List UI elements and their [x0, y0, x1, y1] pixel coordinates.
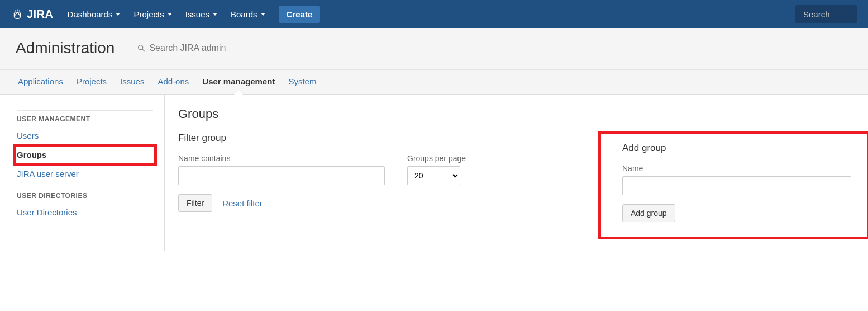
- body: USER MANAGEMENT Users Groups JIRA user s…: [0, 95, 868, 251]
- add-group-name-label: Name: [622, 164, 857, 173]
- nav-label: Issues: [185, 10, 209, 19]
- sidebar-item-jira-user-server[interactable]: JIRA user server: [17, 164, 153, 183]
- tab-issues[interactable]: Issues: [113, 70, 151, 94]
- nav-label: Boards: [231, 10, 257, 19]
- caret-down-icon: [261, 13, 265, 16]
- sidebar-section-user-directories: USER DIRECTORIES: [17, 187, 153, 203]
- create-button[interactable]: Create: [279, 6, 321, 23]
- filter-button[interactable]: Filter: [178, 194, 212, 212]
- jira-logo[interactable]: JIRA: [11, 8, 54, 21]
- admin-search-placeholder: Search JIRA admin: [149, 43, 226, 53]
- name-contains-input[interactable]: [178, 166, 385, 185]
- nav-projects[interactable]: Projects: [133, 10, 171, 19]
- tab-system[interactable]: System: [282, 70, 323, 94]
- sidebar: USER MANAGEMENT Users Groups JIRA user s…: [0, 95, 165, 251]
- svg-point-3: [139, 45, 143, 50]
- main-content: Groups Filter group Name contains Groups…: [165, 95, 868, 251]
- sidebar-item-groups[interactable]: Groups: [15, 145, 155, 164]
- nav-items: Dashboards Projects Issues Boards Create: [68, 6, 795, 23]
- admin-tabs: Applications Projects Issues Add-ons Use…: [0, 70, 868, 95]
- svg-point-2: [19, 10, 20, 11]
- groups-per-page-label: Groups per page: [407, 154, 466, 163]
- tab-user-management[interactable]: User management: [195, 70, 282, 94]
- admin-search[interactable]: Search JIRA admin: [137, 43, 226, 53]
- name-contains-label: Name contains: [178, 154, 385, 163]
- top-nav: JIRA Dashboards Projects Issues Boards C…: [0, 0, 868, 28]
- admin-header: Administration Search JIRA admin: [0, 28, 868, 70]
- svg-line-4: [142, 49, 145, 51]
- caret-down-icon: [116, 13, 120, 16]
- add-group-title: Add group: [622, 143, 857, 154]
- filter-group-panel: Filter group Name contains Groups per pa…: [178, 133, 600, 238]
- sidebar-item-user-directories[interactable]: User Directories: [17, 203, 153, 222]
- svg-point-1: [15, 10, 16, 11]
- tab-applications[interactable]: Applications: [11, 70, 70, 94]
- sidebar-item-users[interactable]: Users: [17, 126, 153, 145]
- add-group-name-input[interactable]: [622, 176, 851, 195]
- nav-issues[interactable]: Issues: [185, 10, 217, 19]
- nav-label: Dashboards: [68, 10, 113, 19]
- tab-projects[interactable]: Projects: [70, 70, 113, 94]
- sidebar-section-user-management: USER MANAGEMENT: [17, 110, 153, 126]
- reset-filter-link[interactable]: Reset filter: [220, 195, 265, 212]
- jira-logo-icon: [11, 8, 23, 20]
- brand-text: JIRA: [27, 8, 54, 21]
- page-heading: Groups: [178, 107, 868, 121]
- nav-label: Projects: [133, 10, 164, 19]
- nav-dashboards[interactable]: Dashboards: [68, 10, 121, 19]
- filter-group-title: Filter group: [178, 133, 578, 144]
- search-icon: [137, 44, 146, 53]
- admin-title: Administration: [16, 39, 115, 57]
- add-group-panel: Add group Name Add group: [600, 133, 868, 238]
- caret-down-icon: [168, 13, 172, 16]
- global-search-input[interactable]: [795, 5, 857, 23]
- groups-per-page-select[interactable]: 20: [407, 166, 460, 185]
- add-group-button[interactable]: Add group: [622, 204, 675, 222]
- nav-boards[interactable]: Boards: [231, 10, 265, 19]
- tab-addons[interactable]: Add-ons: [151, 70, 195, 94]
- svg-point-0: [17, 10, 18, 11]
- caret-down-icon: [213, 13, 217, 16]
